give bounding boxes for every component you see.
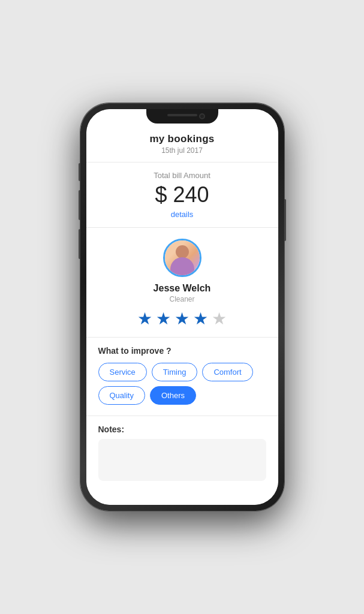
- improve-title: What to improve ?: [98, 346, 266, 356]
- volume-down-button: [79, 229, 80, 259]
- star-5[interactable]: ★: [212, 311, 227, 327]
- tag-quality[interactable]: Quality: [98, 386, 145, 405]
- star-3[interactable]: ★: [175, 311, 189, 327]
- notes-input[interactable]: [98, 439, 266, 481]
- tag-comfort[interactable]: Comfort: [202, 363, 252, 381]
- page-title: my bookings: [98, 133, 266, 145]
- tags-row-2: Quality Others: [98, 386, 266, 405]
- profile-section: Jesse Welch Cleaner ★ ★ ★ ★ ★: [86, 228, 278, 338]
- bill-section: Total bill Amount $ 240 details: [86, 162, 278, 228]
- rating-stars: ★ ★ ★ ★ ★: [98, 311, 266, 327]
- tag-timing[interactable]: Timing: [152, 363, 198, 381]
- booking-date: 15th jul 2017: [98, 146, 266, 155]
- details-link[interactable]: details: [98, 210, 266, 219]
- notes-label: Notes:: [98, 425, 266, 434]
- cleaner-role: Cleaner: [98, 295, 266, 303]
- notes-section: Notes:: [86, 416, 278, 495]
- star-4[interactable]: ★: [193, 311, 208, 327]
- power-button: [284, 199, 286, 241]
- tags-row-1: Service Timing Comfort: [98, 363, 266, 381]
- phone-screen: my bookings 15th jul 2017 Total bill Amo…: [86, 109, 278, 505]
- page-header: my bookings 15th jul 2017: [86, 127, 278, 162]
- star-2[interactable]: ★: [156, 311, 171, 327]
- screen-content: my bookings 15th jul 2017 Total bill Amo…: [86, 109, 278, 505]
- avatar: [163, 239, 201, 277]
- tag-others[interactable]: Others: [150, 386, 196, 405]
- front-camera: [199, 113, 205, 119]
- phone-notch: [146, 109, 218, 124]
- avatar-image: [165, 240, 200, 275]
- phone-frame: my bookings 15th jul 2017 Total bill Amo…: [80, 103, 284, 511]
- volume-up-button: [79, 190, 80, 220]
- bill-amount: $ 240: [98, 182, 266, 207]
- improve-section: What to improve ? Service Timing Comfort…: [86, 338, 278, 416]
- tag-service[interactable]: Service: [98, 363, 147, 381]
- speaker: [167, 114, 197, 116]
- star-1[interactable]: ★: [137, 311, 152, 327]
- bill-label: Total bill Amount: [98, 171, 266, 180]
- volume-mute-button: [79, 163, 80, 181]
- cleaner-name: Jesse Welch: [98, 283, 266, 294]
